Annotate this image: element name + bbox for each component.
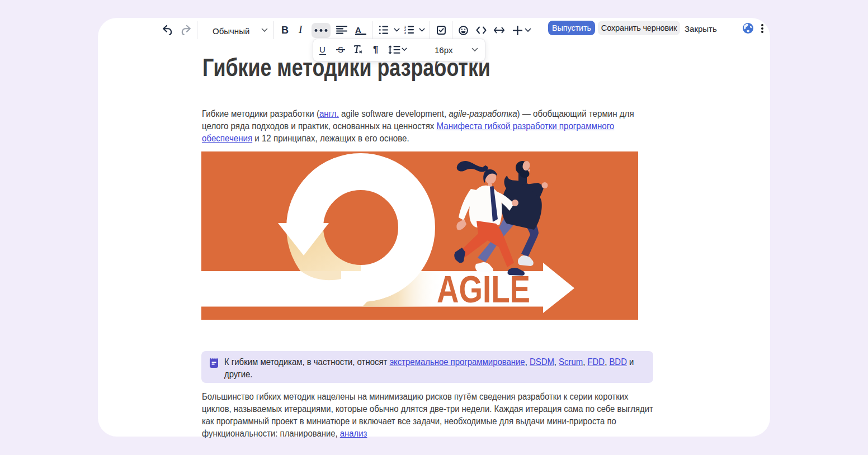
svg-text:AGILE: AGILE <box>437 268 530 311</box>
svg-text:3: 3 <box>404 32 406 35</box>
svg-text:1: 1 <box>404 26 406 29</box>
svg-text:2: 2 <box>404 29 406 31</box>
